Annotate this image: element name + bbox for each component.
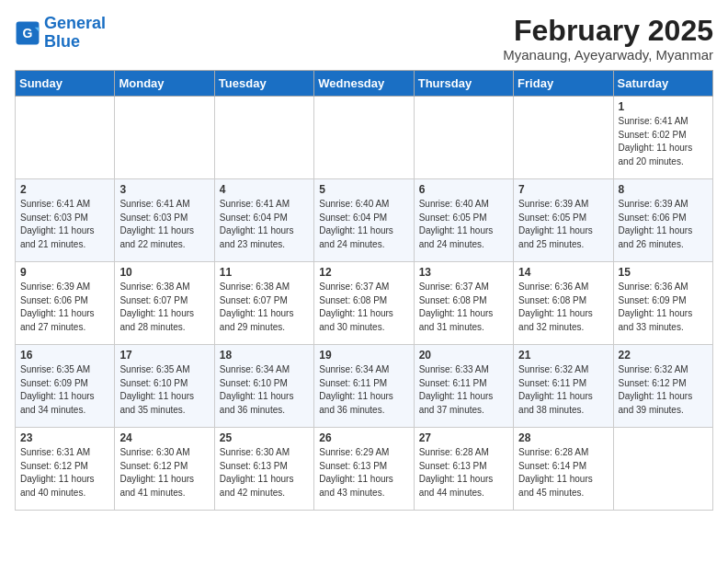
day-detail: Sunrise: 6:34 AM Sunset: 6:10 PM Dayligh… bbox=[220, 363, 309, 417]
day-detail: Sunrise: 6:35 AM Sunset: 6:10 PM Dayligh… bbox=[119, 363, 209, 417]
day-number: 20 bbox=[419, 349, 508, 362]
calendar-cell: 28Sunrise: 6:28 AM Sunset: 6:14 PM Dayli… bbox=[514, 428, 613, 511]
calendar-cell: 16Sunrise: 6:35 AM Sunset: 6:09 PM Dayli… bbox=[16, 345, 115, 428]
day-detail: Sunrise: 6:28 AM Sunset: 6:13 PM Dayligh… bbox=[419, 446, 508, 500]
day-detail: Sunrise: 6:38 AM Sunset: 6:07 PM Dayligh… bbox=[220, 281, 309, 334]
title-block: February 2025 Myanaung, Ayeyarwady, Myan… bbox=[503, 15, 713, 63]
day-detail: Sunrise: 6:37 AM Sunset: 6:08 PM Dayligh… bbox=[319, 281, 408, 334]
calendar-cell: 10Sunrise: 6:38 AM Sunset: 6:07 PM Dayli… bbox=[115, 262, 214, 345]
day-detail: Sunrise: 6:36 AM Sunset: 6:08 PM Dayligh… bbox=[518, 281, 608, 334]
day-number: 13 bbox=[419, 266, 508, 279]
day-number: 26 bbox=[319, 431, 408, 444]
calendar-cell: 7Sunrise: 6:39 AM Sunset: 6:05 PM Daylig… bbox=[514, 179, 613, 262]
day-detail: Sunrise: 6:32 AM Sunset: 6:12 PM Dayligh… bbox=[619, 363, 708, 417]
day-number: 19 bbox=[319, 349, 408, 362]
calendar-table: SundayMondayTuesdayWednesdayThursdayFrid… bbox=[15, 70, 713, 511]
weekday-header-friday: Friday bbox=[514, 71, 613, 97]
day-number: 25 bbox=[220, 431, 309, 444]
calendar-cell: 15Sunrise: 6:36 AM Sunset: 6:09 PM Dayli… bbox=[613, 262, 712, 345]
calendar-subtitle: Myanaung, Ayeyarwady, Myanmar bbox=[503, 47, 713, 63]
calendar-cell: 3Sunrise: 6:41 AM Sunset: 6:03 PM Daylig… bbox=[115, 179, 214, 262]
day-number: 23 bbox=[20, 431, 109, 444]
calendar-cell: 17Sunrise: 6:35 AM Sunset: 6:10 PM Dayli… bbox=[115, 345, 214, 428]
calendar-cell bbox=[414, 97, 513, 179]
day-detail: Sunrise: 6:38 AM Sunset: 6:07 PM Dayligh… bbox=[119, 281, 209, 334]
calendar-cell: 1Sunrise: 6:41 AM Sunset: 6:02 PM Daylig… bbox=[613, 97, 712, 179]
calendar-cell bbox=[613, 428, 712, 511]
calendar-cell: 21Sunrise: 6:32 AM Sunset: 6:11 PM Dayli… bbox=[514, 345, 613, 428]
calendar-week-1: 2Sunrise: 6:41 AM Sunset: 6:03 PM Daylig… bbox=[16, 179, 713, 262]
day-detail: Sunrise: 6:37 AM Sunset: 6:08 PM Dayligh… bbox=[419, 281, 508, 334]
logo: G General Blue bbox=[15, 15, 106, 52]
calendar-cell: 8Sunrise: 6:39 AM Sunset: 6:06 PM Daylig… bbox=[613, 179, 712, 262]
day-number: 7 bbox=[518, 183, 608, 196]
calendar-cell: 6Sunrise: 6:40 AM Sunset: 6:05 PM Daylig… bbox=[414, 179, 513, 262]
calendar-cell: 20Sunrise: 6:33 AM Sunset: 6:11 PM Dayli… bbox=[414, 345, 513, 428]
day-number: 11 bbox=[220, 266, 309, 279]
day-number: 3 bbox=[119, 183, 209, 196]
day-detail: Sunrise: 6:41 AM Sunset: 6:02 PM Dayligh… bbox=[619, 115, 708, 168]
weekday-header-monday: Monday bbox=[115, 71, 214, 97]
day-number: 16 bbox=[20, 349, 109, 362]
day-detail: Sunrise: 6:40 AM Sunset: 6:04 PM Dayligh… bbox=[319, 198, 408, 251]
logo-icon: G bbox=[15, 20, 40, 46]
logo-blue: Blue bbox=[44, 32, 80, 51]
day-detail: Sunrise: 6:30 AM Sunset: 6:12 PM Dayligh… bbox=[119, 446, 209, 500]
calendar-week-3: 16Sunrise: 6:35 AM Sunset: 6:09 PM Dayli… bbox=[16, 345, 713, 428]
day-detail: Sunrise: 6:34 AM Sunset: 6:11 PM Dayligh… bbox=[319, 363, 408, 417]
calendar-cell: 25Sunrise: 6:30 AM Sunset: 6:13 PM Dayli… bbox=[214, 428, 313, 511]
weekday-header-row: SundayMondayTuesdayWednesdayThursdayFrid… bbox=[16, 71, 713, 97]
day-number: 10 bbox=[119, 266, 209, 279]
calendar-week-0: 1Sunrise: 6:41 AM Sunset: 6:02 PM Daylig… bbox=[16, 97, 713, 179]
day-number: 28 bbox=[518, 431, 608, 444]
calendar-cell: 11Sunrise: 6:38 AM Sunset: 6:07 PM Dayli… bbox=[214, 262, 313, 345]
day-number: 12 bbox=[319, 266, 408, 279]
day-detail: Sunrise: 6:29 AM Sunset: 6:13 PM Dayligh… bbox=[319, 446, 408, 500]
calendar-cell: 22Sunrise: 6:32 AM Sunset: 6:12 PM Dayli… bbox=[613, 345, 712, 428]
calendar-title: February 2025 bbox=[503, 15, 713, 47]
page-header: G General Blue February 2025 Myanaung, A… bbox=[15, 15, 713, 63]
calendar-week-4: 23Sunrise: 6:31 AM Sunset: 6:12 PM Dayli… bbox=[16, 428, 713, 511]
calendar-cell: 24Sunrise: 6:30 AM Sunset: 6:12 PM Dayli… bbox=[115, 428, 214, 511]
calendar-cell bbox=[16, 97, 115, 179]
day-number: 17 bbox=[119, 349, 209, 362]
calendar-cell: 5Sunrise: 6:40 AM Sunset: 6:04 PM Daylig… bbox=[314, 179, 414, 262]
calendar-cell: 14Sunrise: 6:36 AM Sunset: 6:08 PM Dayli… bbox=[514, 262, 613, 345]
day-number: 8 bbox=[619, 183, 708, 196]
day-detail: Sunrise: 6:30 AM Sunset: 6:13 PM Dayligh… bbox=[220, 446, 309, 500]
calendar-cell: 12Sunrise: 6:37 AM Sunset: 6:08 PM Dayli… bbox=[314, 262, 414, 345]
day-detail: Sunrise: 6:39 AM Sunset: 6:05 PM Dayligh… bbox=[518, 198, 608, 251]
day-detail: Sunrise: 6:33 AM Sunset: 6:11 PM Dayligh… bbox=[419, 363, 508, 417]
svg-text:G: G bbox=[23, 25, 33, 40]
logo-general: General bbox=[44, 14, 106, 32]
calendar-cell: 9Sunrise: 6:39 AM Sunset: 6:06 PM Daylig… bbox=[16, 262, 115, 345]
day-detail: Sunrise: 6:39 AM Sunset: 6:06 PM Dayligh… bbox=[619, 198, 708, 251]
day-detail: Sunrise: 6:36 AM Sunset: 6:09 PM Dayligh… bbox=[619, 281, 708, 334]
calendar-cell bbox=[214, 97, 313, 179]
day-number: 9 bbox=[20, 266, 109, 279]
calendar-cell: 26Sunrise: 6:29 AM Sunset: 6:13 PM Dayli… bbox=[314, 428, 414, 511]
weekday-header-tuesday: Tuesday bbox=[214, 71, 313, 97]
day-number: 14 bbox=[518, 266, 608, 279]
calendar-cell: 27Sunrise: 6:28 AM Sunset: 6:13 PM Dayli… bbox=[414, 428, 513, 511]
calendar-cell bbox=[314, 97, 414, 179]
day-detail: Sunrise: 6:39 AM Sunset: 6:06 PM Dayligh… bbox=[20, 281, 109, 334]
day-number: 24 bbox=[119, 431, 209, 444]
day-detail: Sunrise: 6:28 AM Sunset: 6:14 PM Dayligh… bbox=[518, 446, 608, 500]
day-detail: Sunrise: 6:32 AM Sunset: 6:11 PM Dayligh… bbox=[518, 363, 608, 417]
weekday-header-sunday: Sunday bbox=[16, 71, 115, 97]
calendar-cell: 19Sunrise: 6:34 AM Sunset: 6:11 PM Dayli… bbox=[314, 345, 414, 428]
day-detail: Sunrise: 6:41 AM Sunset: 6:03 PM Dayligh… bbox=[119, 198, 209, 251]
day-detail: Sunrise: 6:41 AM Sunset: 6:03 PM Dayligh… bbox=[20, 198, 109, 251]
day-number: 21 bbox=[518, 349, 608, 362]
day-number: 22 bbox=[619, 349, 708, 362]
day-detail: Sunrise: 6:41 AM Sunset: 6:04 PM Dayligh… bbox=[220, 198, 309, 251]
day-number: 4 bbox=[220, 183, 309, 196]
calendar-cell: 23Sunrise: 6:31 AM Sunset: 6:12 PM Dayli… bbox=[16, 428, 115, 511]
day-detail: Sunrise: 6:31 AM Sunset: 6:12 PM Dayligh… bbox=[20, 446, 109, 500]
day-number: 6 bbox=[419, 183, 508, 196]
weekday-header-saturday: Saturday bbox=[613, 71, 712, 97]
calendar-cell bbox=[514, 97, 613, 179]
calendar-cell bbox=[115, 97, 214, 179]
calendar-cell: 18Sunrise: 6:34 AM Sunset: 6:10 PM Dayli… bbox=[214, 345, 313, 428]
